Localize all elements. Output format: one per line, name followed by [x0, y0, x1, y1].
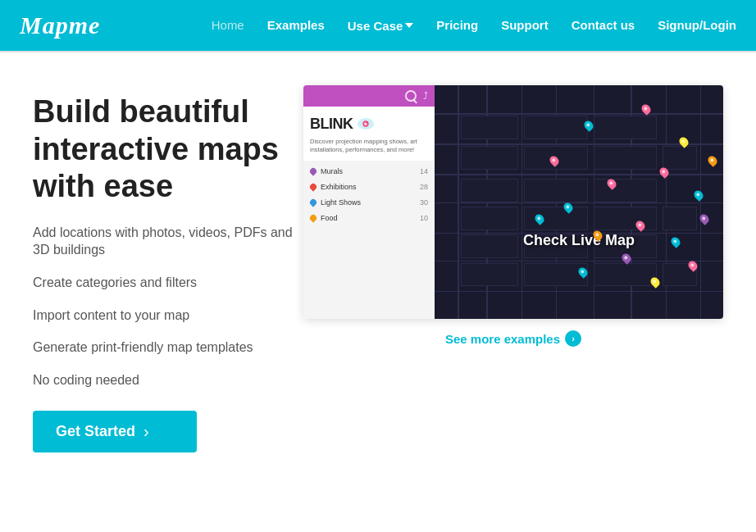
see-more-arrow-icon: › — [565, 330, 581, 347]
blink-categories-list: Murals 14 Exhibitions 28 Light Shows 30 … — [303, 161, 435, 320]
feature-item-4: Generate print-friendly map templates — [33, 339, 295, 357]
svg-point-3 — [366, 122, 367, 123]
hero-left-column: Build beautiful interactive maps with ea… — [33, 85, 295, 452]
nav-signup-login[interactable]: Signup/Login — [658, 18, 736, 32]
feature-item-3: Import content to your map — [33, 307, 295, 325]
blink-panel: ⤴ BLINK Discover projection mapping show… — [303, 85, 435, 319]
map-grid — [435, 85, 723, 319]
see-more-label: See more examples — [445, 332, 560, 346]
check-live-map-label[interactable]: Check Live Map — [523, 232, 635, 249]
nav-links: Home Examples Use Case Pricing Support C… — [212, 18, 736, 33]
hero-features-list: Add locations with photos, videos, PDFs … — [33, 224, 295, 357]
blink-tagline: Discover projection mapping shows, art i… — [303, 138, 435, 161]
blink-list-item: Light Shows 30 — [310, 198, 428, 207]
see-more-examples[interactable]: See more examples › — [445, 330, 581, 347]
site-logo[interactable]: Mapme — [20, 11, 100, 39]
nav-home[interactable]: Home — [212, 18, 244, 32]
hero-section: Build beautiful interactive maps with ea… — [0, 52, 756, 532]
nav-contact[interactable]: Contact us — [572, 18, 635, 32]
dark-map[interactable]: Check Live Map — [435, 85, 723, 319]
nav-pricing[interactable]: Pricing — [436, 18, 478, 32]
nav-examples[interactable]: Examples — [267, 18, 325, 32]
get-started-button[interactable]: Get Started › — [33, 411, 197, 452]
blink-eye-icon — [357, 115, 375, 133]
blink-logo-area: BLINK — [303, 107, 435, 138]
no-coding-label: No coding needed — [33, 373, 295, 388]
search-icon[interactable] — [405, 90, 417, 102]
navbar: Mapme Home Examples Use Case Pricing Sup… — [0, 0, 756, 51]
map-preview[interactable]: ⤴ BLINK Discover projection mapping show… — [303, 85, 723, 319]
blink-list-item: Food 10 — [310, 214, 428, 222]
arrow-right-icon: › — [143, 422, 149, 441]
hero-right-column: ⤴ BLINK Discover projection mapping show… — [295, 85, 723, 347]
blink-logo-text: BLINK — [310, 116, 353, 133]
blink-list-item: Exhibitions 28 — [310, 183, 428, 191]
hero-title: Build beautiful interactive maps with ea… — [33, 93, 295, 206]
nav-support[interactable]: Support — [501, 18, 549, 32]
blink-header-bar: ⤴ — [303, 85, 435, 107]
chevron-down-icon — [405, 23, 413, 28]
get-started-label: Get Started — [56, 423, 135, 440]
feature-item-1: Add locations with photos, videos, PDFs … — [33, 224, 295, 259]
feature-item-2: Create categories and filters — [33, 274, 295, 292]
nav-use-case[interactable]: Use Case — [348, 19, 414, 33]
blink-list-item: Murals 14 — [310, 167, 428, 175]
share-icon[interactable]: ⤴ — [423, 90, 428, 102]
